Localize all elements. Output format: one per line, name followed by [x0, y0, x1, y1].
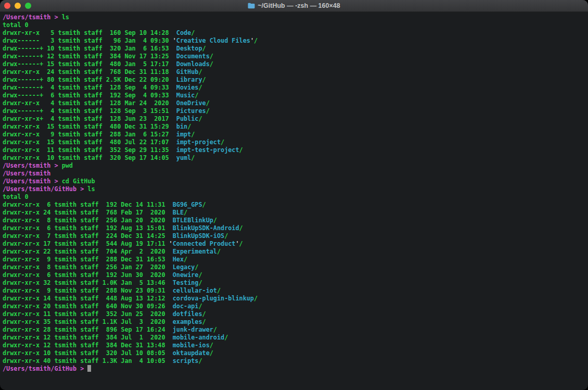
terminal-text-segment: / — [198, 84, 202, 91]
terminal-text-segment: / — [206, 99, 210, 107]
terminal-line: drwxr-xr-x 10 tsmith staff 320 Sep 17 14… — [3, 154, 588, 162]
window-title-area: ~/GitHub — -zsh — 160×48 — [0, 0, 588, 11]
terminal-text-segment: / — [184, 209, 187, 216]
terminal-text-segment: Testing — [173, 279, 199, 286]
terminal-line: drwx------+ 80 tsmith staff 2.5K Dec 22 … — [3, 76, 588, 84]
terminal-line: total 0 — [3, 193, 588, 201]
terminal-line: drwxr-xr-x 24 tsmith staff 768 Dec 31 11… — [3, 68, 588, 76]
terminal-screen[interactable]: /Users/tsmith > lstotal 0drwxr-xr-x 5 ts… — [0, 12, 588, 373]
terminal-line: drwxr-xr-x 35 tsmith staff 1.1K Jul 3 20… — [3, 318, 588, 326]
terminal-text-segment: drwx------+ 6 tsmith staff 192 Sep 4 09:… — [3, 92, 176, 99]
terminal-text-segment: cellular-iot — [173, 287, 217, 294]
terminal-text-segment: drwxr-xr-x 9 tsmith staff 288 Nov 23 09:… — [3, 287, 173, 294]
terminal-text-segment: / — [195, 92, 198, 99]
terminal-text-segment: / — [187, 123, 191, 130]
terminal-text-segment: ' — [235, 240, 239, 247]
terminal-text-segment: drwxr-xr-x 40 tsmith staff 1.3K Jan 4 10… — [3, 357, 173, 364]
terminal-text-segment: drwxr-xr-x 24 tsmith staff 768 Dec 31 11… — [3, 68, 176, 76]
terminal-text-segment: impt — [176, 131, 191, 138]
terminal-text-segment: Downloads — [176, 60, 210, 68]
terminal-line: drwxr-xr-x 9 tsmith staff 288 Jan 6 15:2… — [3, 131, 588, 139]
terminal-text-segment: drwxr-xr-x 11 tsmith staff 352 Sep 29 11… — [3, 146, 176, 154]
terminal-text-segment: / — [239, 224, 243, 232]
terminal-text-segment: mobile-ios — [173, 342, 210, 349]
terminal-line: drwxr-xr-x 10 tsmith staff 320 Jul 10 08… — [3, 349, 588, 357]
terminal-text-segment: / — [206, 107, 210, 115]
terminal-text-segment: Desktop — [176, 45, 202, 52]
terminal-text-segment: / — [202, 318, 206, 325]
terminal-text-segment: / — [210, 53, 213, 60]
terminal-text-segment: drwxr-xr-x+ 4 tsmith staff 128 Jun 23 20… — [3, 115, 176, 122]
terminal-line: drwx------+ 10 tsmith staff 320 Jan 6 16… — [3, 45, 588, 53]
terminal-line: drwxr-xr-x 24 tsmith staff 768 Feb 17 20… — [3, 209, 588, 217]
terminal-line: /Users/tsmith — [3, 170, 588, 178]
terminal-text-segment: BTLEBlinkUp — [173, 217, 213, 224]
terminal-text-segment: drwxr-xr-x 12 tsmith staff 384 Jul 1 202… — [3, 334, 173, 341]
terminal-text-segment: / — [198, 303, 202, 310]
terminal-line: drwxr-xr-x 28 tsmith staff 896 Sep 17 16… — [3, 326, 588, 334]
terminal-line: drwx------+ 15 tsmith staff 480 Jan 5 17… — [3, 60, 588, 68]
terminal-text-segment: / — [210, 60, 213, 68]
terminal-text-segment: drwxr-xr-x 6 tsmith staff 192 Aug 13 15:… — [3, 224, 173, 232]
terminal-text-segment: Documents — [176, 53, 210, 60]
terminal-line: drwx------+ 6 tsmith staff 192 Sep 4 09:… — [3, 92, 588, 99]
terminal-line: /Users/tsmith > cd GitHub — [3, 178, 588, 185]
terminal-text-segment: drwxr-xr-x 8 tsmith staff 256 Jan 20 202… — [3, 217, 173, 224]
terminal-text-segment: Code — [176, 29, 191, 36]
terminal-text-segment: / — [213, 217, 217, 224]
terminal-line: /Users/tsmith > pwd — [3, 162, 588, 170]
terminal-text-segment: BG96_GPS — [173, 201, 202, 208]
terminal-text-segment: drwxr-xr-x 6 tsmith staff 192 Jun 30 202… — [3, 271, 173, 279]
terminal-text-segment: drwxr-xr-x 35 tsmith staff 1.1K Jul 3 20… — [3, 318, 173, 325]
terminal-text-segment: drwxr-xr-x 6 tsmith staff 192 Dec 14 11:… — [3, 201, 173, 208]
terminal-text-segment: / — [198, 279, 202, 286]
minimize-button[interactable] — [15, 3, 21, 9]
terminal-text-segment: Library — [176, 76, 202, 83]
terminal-text-segment: OneDrive — [176, 99, 206, 107]
terminal-text-segment: drwxr-xr-x 12 tsmith staff 384 Dec 31 13… — [3, 342, 173, 349]
terminal-line: drwxr-xr-x 4 tsmith staff 128 Mar 24 202… — [3, 99, 588, 107]
terminal-line: drwxr-xr-x 6 tsmith staff 192 Jun 30 202… — [3, 271, 588, 279]
terminal-text-segment: / — [202, 310, 206, 318]
close-button[interactable] — [4, 3, 10, 9]
window-titlebar[interactable]: ~/GitHub — -zsh — 160×48 — [0, 0, 588, 12]
terminal-text-segment: / — [224, 232, 228, 240]
terminal-text-segment: / — [191, 131, 195, 138]
terminal-line: /Users/tsmith/GitHub > ls — [3, 185, 588, 193]
terminal-text-segment: / — [210, 342, 213, 349]
terminal-text-segment: / — [213, 326, 217, 333]
terminal-text-segment: mobile-android — [173, 334, 224, 341]
terminal-line: drwxr-xr-x 9 tsmith staff 288 Nov 23 09:… — [3, 287, 588, 295]
terminal-text-segment: drwxr-xr-x 9 tsmith staff 288 Jan 6 15:2… — [3, 131, 176, 138]
terminal-text-segment: / — [254, 37, 258, 44]
terminal-line: drwxr-xr-x 8 tsmith staff 256 Jan 27 202… — [3, 263, 588, 271]
terminal-text-segment: drwxr-xr-x 9 tsmith staff 288 Dec 31 16:… — [3, 256, 173, 263]
terminal-text-segment: bin — [176, 123, 187, 130]
terminal-text-segment: /Users/tsmith > — [3, 178, 62, 185]
terminal-line: drwxr-xr-x 9 tsmith staff 288 Dec 31 16:… — [3, 256, 588, 263]
terminal-text-segment: /Users/tsmith > — [3, 162, 62, 169]
terminal-text-segment: /Users/tsmith > — [3, 14, 62, 21]
terminal-line: drwx------+ 4 tsmith staff 128 Sep 3 15:… — [3, 107, 588, 115]
terminal-text-segment: Connected Product — [173, 240, 236, 247]
terminal-text-segment: / — [195, 263, 198, 271]
terminal-text-segment: drwxr-xr-x 17 tsmith staff 544 Aug 19 17… — [3, 240, 169, 247]
terminal-text-segment: / — [202, 45, 206, 52]
terminal-window: ~/GitHub — -zsh — 160×48 /Users/tsmith >… — [0, 0, 588, 390]
terminal-text-segment: / — [198, 115, 202, 122]
terminal-text-segment: drwx------ 3 tsmith staff 96 Jan 4 09:30 — [3, 37, 173, 44]
terminal-text-segment: total 0 — [3, 193, 29, 200]
terminal-line: drwx------ 3 tsmith staff 96 Jan 4 09:30… — [3, 37, 588, 45]
terminal-line: drwxr-xr-x 11 tsmith staff 352 Jun 25 20… — [3, 310, 588, 318]
terminal-text-segment: GitHub — [176, 68, 199, 76]
folder-icon[interactable] — [248, 3, 255, 9]
terminal-text-segment: drwxr-xr-x 28 tsmith staff 896 Sep 17 16… — [3, 326, 173, 333]
terminal-text-segment: yuml — [176, 154, 191, 161]
terminal-text-segment: drwx------+ 10 tsmith staff 320 Jan 6 16… — [3, 45, 176, 52]
terminal-text-segment: Creative Cloud Files — [176, 37, 250, 44]
terminal-text-segment: BlinkUpSDK-iOS — [173, 232, 224, 240]
terminal-line: drwxr-xr-x+ 4 tsmith staff 128 Jun 23 20… — [3, 115, 588, 123]
terminal-text-segment: ' — [250, 37, 254, 44]
terminal-text-segment: BLE — [173, 209, 184, 216]
zoom-button[interactable] — [25, 3, 31, 9]
